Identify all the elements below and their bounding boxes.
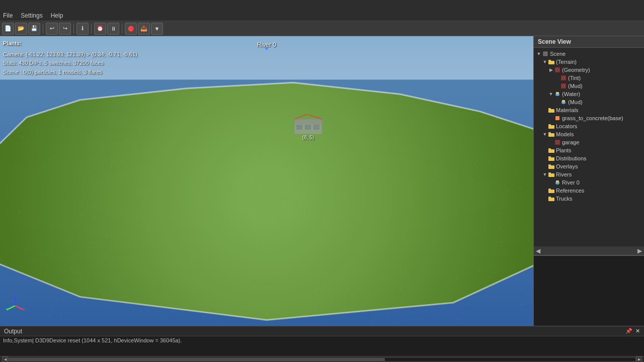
tree-item-tint[interactable]: (Tint) — [534, 74, 644, 82]
expand-mud1[interactable] — [554, 83, 560, 89]
expand-terrain[interactable]: ▼ — [542, 59, 548, 65]
toolbar-open[interactable]: 📂 — [15, 23, 27, 35]
label-overlays: Overlays — [556, 163, 578, 169]
nav-right[interactable]: ▶ — [637, 247, 642, 254]
tree-item-references[interactable]: References — [534, 187, 644, 195]
expand-models[interactable]: ▼ — [542, 131, 548, 137]
toolbar-redo[interactable]: ↪ — [59, 23, 71, 35]
label-garage: garage — [562, 139, 579, 145]
icon-references — [548, 187, 555, 194]
expand-geometry[interactable]: ▶ — [548, 67, 554, 73]
svg-rect-26 — [548, 109, 554, 113]
tree-item-scene[interactable]: ▼Scene — [534, 50, 644, 58]
tree-item-distributions[interactable]: Distributions — [534, 154, 644, 162]
sep3 — [91, 24, 92, 34]
expand-water[interactable]: ▼ — [548, 91, 554, 97]
expand-tint[interactable] — [554, 75, 560, 81]
expand-overlays[interactable] — [542, 163, 548, 169]
scene-tree[interactable]: ▼Scene▼(Terrain)▶(Geometry)(Tint)(Mud)▼(… — [534, 48, 644, 246]
icon-rivers — [548, 171, 555, 178]
tree-item-locators[interactable]: Locators — [534, 122, 644, 130]
scene-view-panel: Scene View ▼Scene▼(Terrain)▶(Geometry)(T… — [533, 36, 644, 326]
river-dot — [266, 47, 268, 50]
svg-rect-42 — [548, 172, 551, 174]
label-water: (Water) — [562, 91, 580, 97]
tree-item-trucks[interactable]: Trucks — [534, 195, 644, 203]
expand-garage[interactable] — [548, 139, 554, 145]
expand-distributions[interactable] — [542, 155, 548, 161]
nav-left[interactable]: ◀ — [536, 247, 540, 254]
icon-tint — [560, 74, 567, 81]
tree-item-rivers[interactable]: ▼Rivers — [534, 170, 644, 178]
toolbar-clock[interactable]: ⏰ — [94, 23, 106, 35]
building-icon — [292, 114, 325, 137]
label-terrain: (Terrain) — [556, 59, 577, 65]
icon-models — [548, 131, 555, 138]
toolbar-save[interactable]: 💾 — [28, 23, 40, 35]
toolbar-pause[interactable]: ⏸ — [107, 23, 119, 35]
tree-item-geometry[interactable]: ▶(Geometry) — [534, 66, 644, 74]
expand-grass[interactable] — [548, 115, 554, 121]
svg-rect-21 — [562, 85, 565, 87]
icon-water — [554, 90, 561, 98]
toolbar-undo[interactable]: ↩ — [46, 23, 58, 35]
tree-item-materials[interactable]: Materials — [534, 106, 644, 114]
icon-locators — [548, 123, 555, 130]
tree-item-water[interactable]: ▼(Water) — [534, 90, 644, 98]
svg-rect-27 — [548, 108, 551, 110]
tree-item-models[interactable]: ▼Models — [534, 130, 644, 138]
svg-rect-40 — [548, 164, 551, 166]
toolbar-new[interactable]: 📄 — [2, 23, 14, 35]
svg-rect-48 — [548, 197, 551, 198]
toolbar-render[interactable]: ⬤ — [125, 23, 137, 35]
expand-references[interactable] — [542, 188, 548, 194]
svg-rect-20 — [561, 84, 566, 88]
output-hscroll[interactable]: ◀ ▶ — [0, 356, 644, 362]
tree-item-river0[interactable]: River 0 — [534, 178, 644, 187]
hscroll-right[interactable]: ▶ — [636, 356, 642, 363]
toolbar-more[interactable]: ▼ — [151, 23, 163, 35]
icon-plants — [548, 147, 555, 154]
svg-rect-1 — [294, 119, 322, 124]
viewport-3d[interactable]: Plants: Camera: (-61.22; 123.93; 121.39)… — [0, 36, 533, 326]
hscroll-left[interactable]: ◀ — [2, 356, 8, 363]
scene-info: Scene : 0(0) particles, 1 models, 3 flar… — [3, 68, 137, 77]
menubar: File Settings Help — [0, 10, 644, 21]
svg-rect-23 — [556, 92, 559, 94]
svg-text:X: X — [23, 308, 25, 311]
tree-item-garage[interactable]: garage — [534, 138, 644, 146]
tree-item-mud2[interactable]: (Mud) — [534, 98, 644, 106]
toolbar-info[interactable]: ℹ — [76, 23, 89, 35]
label-river0: River 0 — [562, 179, 580, 186]
expand-river0[interactable] — [548, 179, 554, 186]
svg-rect-32 — [548, 132, 551, 134]
plants-label: Plants: — [3, 39, 137, 48]
label-mud1: (Mud) — [568, 83, 583, 89]
icon-geometry — [554, 66, 561, 73]
tree-item-terrain[interactable]: ▼(Terrain) — [534, 58, 644, 66]
expand-trucks[interactable] — [542, 196, 548, 202]
svg-rect-28 — [555, 116, 559, 120]
expand-locators[interactable] — [542, 123, 548, 129]
svg-rect-33 — [555, 140, 559, 144]
expand-materials[interactable] — [542, 107, 548, 113]
tree-item-plants[interactable]: Plants — [534, 146, 644, 154]
menu-help[interactable]: Help — [51, 12, 63, 19]
tree-item-mud1[interactable]: (Mud) — [534, 82, 644, 90]
expand-scene[interactable]: ▼ — [536, 51, 542, 57]
tree-item-overlays[interactable]: Overlays — [534, 162, 644, 170]
expand-plants[interactable] — [542, 147, 548, 153]
output-pin-icon[interactable]: 📌 — [625, 328, 632, 334]
svg-rect-45 — [548, 190, 554, 193]
icon-terrain — [548, 58, 555, 65]
menu-file[interactable]: File — [3, 12, 13, 19]
output-close-icon[interactable]: ✕ — [635, 328, 640, 334]
hscroll-thumb[interactable] — [9, 358, 385, 361]
hscroll-track[interactable] — [8, 357, 636, 361]
toolbar-export[interactable]: 📤 — [138, 23, 150, 35]
expand-rivers[interactable]: ▼ — [542, 171, 548, 177]
tree-item-grass[interactable]: grass_to_concrete(base) — [534, 114, 644, 122]
terrain-canvas — [0, 36, 533, 326]
menu-settings[interactable]: Settings — [21, 12, 42, 19]
expand-mud2[interactable] — [554, 99, 560, 105]
